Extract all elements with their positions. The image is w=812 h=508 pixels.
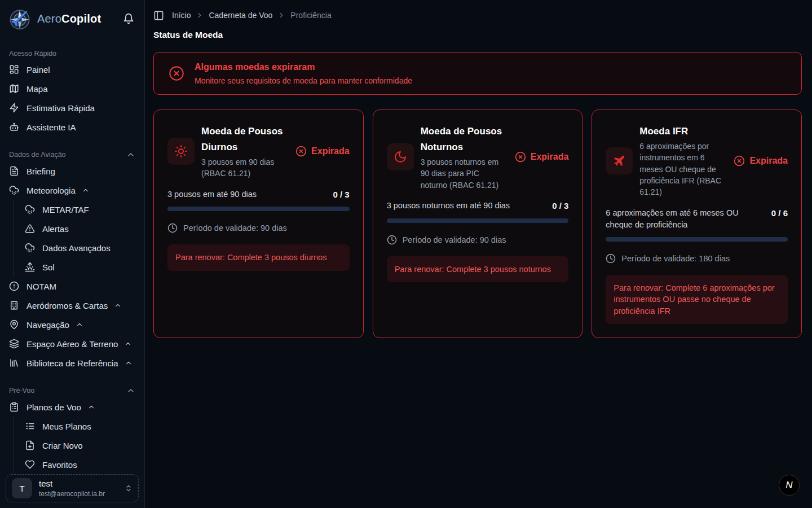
sunrise-icon (25, 262, 35, 272)
section-label: Dados de Aviação (9, 151, 126, 159)
chevron-up-icon (82, 186, 90, 194)
user-name: test (39, 479, 118, 488)
section-acesso-rapido: Acesso Rápido (0, 50, 144, 58)
user-menu[interactable]: T test test@aerocopilot.ia.br (6, 474, 139, 502)
expired-currencies-alert: Algumas moedas expiraram Monitore seus r… (153, 52, 802, 95)
chevron-up-icon (126, 150, 135, 159)
sidebar-item-meteorologia[interactable]: Meteorologia (0, 181, 144, 200)
chevron-up-icon (87, 403, 95, 411)
sidebar-item-criar-novo[interactable]: Criar Novo (14, 436, 144, 455)
sidebar-item-metar-taf[interactable]: METAR/TAF (14, 200, 144, 219)
x-circle-icon (295, 146, 307, 157)
breadcrumb-proficiencia: Proficiência (290, 11, 331, 20)
sidebar-item-dados-avancados[interactable]: Dados Avançados (14, 238, 144, 257)
sidebar-item-aerodromos-cartas[interactable]: Aeródromos & Cartas (0, 296, 144, 315)
heart-icon (25, 459, 35, 470)
chevron-up-icon (124, 340, 132, 348)
clock-icon (387, 235, 397, 245)
clock-icon (606, 253, 616, 264)
clock-icon (167, 223, 178, 233)
renewal-note: Para renovar: Complete 3 pousos noturnos (387, 256, 569, 283)
sidebar-toggle-icon[interactable] (153, 10, 164, 21)
validity-row: Período de validade: 180 dias (606, 253, 788, 264)
alert-title: Algumas moedas expiraram (195, 62, 412, 72)
renewal-note: Para renovar: Complete 3 pousos diurnos (167, 244, 350, 271)
logo-row: AeroCopilot (0, 0, 144, 30)
progress-bar (387, 218, 569, 223)
sidebar-item-favoritos[interactable]: Favoritos (14, 455, 144, 474)
chevron-right-icon (196, 11, 204, 19)
sidebar-item-estimativa-rapida[interactable]: Estimativa Rápida (0, 98, 144, 117)
breadcrumb: Início Caderneta de Voo Proficiência (172, 11, 332, 20)
cloud-drizzle-icon (25, 204, 35, 214)
nextjs-n-icon: N (785, 480, 792, 491)
sidebar-item-briefing[interactable]: Briefing (0, 161, 144, 181)
file-text-icon (9, 166, 19, 176)
progress-label: 3 pousos noturnos em até 90 dias (387, 200, 546, 212)
sidebar: AeroCopilot Acesso Rápido Painel Mapa Es… (0, 0, 145, 508)
sidebar-item-meus-planos[interactable]: Meus Planos (14, 417, 144, 436)
progress-count: 0 / 3 (552, 200, 568, 212)
section-label: Pré-Voo (9, 387, 126, 395)
sidebar-item-biblioteca-referencia[interactable]: Biblioteca de Referência (0, 353, 144, 373)
moon-icon (387, 143, 414, 170)
sidebar-item-alertas[interactable]: Alertas (14, 219, 144, 238)
card-description: 3 pousos noturnos em 90 dias para PIC no… (421, 156, 508, 191)
map-pin-icon (9, 319, 19, 330)
status-badge-expirada: Expirada (515, 151, 569, 163)
section-label: Acesso Rápido (9, 50, 135, 58)
alert-message: Monitore seus requisitos de moeda para m… (195, 76, 412, 85)
list-ordered-icon (25, 421, 35, 431)
sidebar-item-planos-de-voo[interactable]: Planos de Voo (0, 397, 144, 417)
currency-card-pousos-diurnos: Moeda de Pousos Diurnos 3 pousos em 90 d… (153, 110, 364, 338)
app-logo-compass-icon (8, 7, 32, 30)
chevron-up-icon (126, 386, 135, 395)
cloud-drizzle-icon (25, 243, 35, 253)
status-badge-expirada: Expirada (734, 155, 788, 167)
progress-count: 0 / 6 (771, 207, 788, 220)
sidebar-item-sol[interactable]: Sol (14, 257, 144, 277)
user-email: test@aerocopilot.ia.br (39, 490, 118, 498)
breadcrumb-caderneta-de-voo[interactable]: Caderneta de Voo (209, 11, 272, 20)
section-dados-de-aviacao[interactable]: Dados de Aviação (0, 150, 144, 159)
x-circle-icon (169, 65, 184, 81)
layers-icon (9, 339, 19, 349)
currency-card-ifr: Moeda IFR 6 aproximações por instrumento… (592, 110, 802, 338)
avatar: T (12, 478, 32, 498)
breadcrumb-inicio[interactable]: Início (172, 11, 191, 20)
notifications-bell-icon[interactable] (123, 13, 134, 24)
section-pre-voo[interactable]: Pré-Voo (0, 386, 144, 395)
sidebar-item-espaco-aereo-terreno[interactable]: Espaço Aéreo & Terreno (0, 334, 144, 353)
renewal-note: Para renovar: Complete 6 aproximações po… (606, 275, 788, 325)
x-circle-icon (734, 155, 745, 167)
sidebar-item-navegacao[interactable]: Navegação (0, 315, 144, 334)
library-icon (9, 358, 19, 368)
page-title: Status de Moeda (153, 30, 802, 40)
progress-label: 6 aproximações em até 6 meses OU cheque … (606, 207, 765, 231)
zap-icon (9, 103, 19, 113)
x-circle-icon (515, 151, 526, 163)
nextjs-dev-button[interactable]: N (779, 475, 800, 496)
plane-icon (606, 147, 633, 174)
sidebar-item-painel[interactable]: Painel (0, 60, 144, 79)
sidebar-item-notam[interactable]: NOTAM (0, 277, 144, 296)
currency-cards: Moeda de Pousos Diurnos 3 pousos em 90 d… (153, 110, 802, 338)
card-description: 3 pousos em 90 dias (RBAC 61.21) (201, 156, 289, 179)
card-title: Moeda de Pousos Diurnos (201, 124, 289, 155)
sidebar-nav: Acesso Rápido Painel Mapa Estimativa Ráp… (0, 30, 144, 474)
dashboard-icon (9, 64, 19, 75)
progress-count: 0 / 3 (333, 189, 349, 201)
topbar: Início Caderneta de Voo Proficiência (153, 8, 802, 23)
currency-card-pousos-noturnos: Moeda de Pousos Noturnos 3 pousos noturn… (373, 110, 583, 338)
bot-icon (9, 122, 19, 132)
status-badge-expirada: Expirada (295, 146, 350, 157)
building-icon (9, 300, 19, 310)
progress-bar (167, 207, 350, 211)
cloud-drizzle-icon (9, 185, 19, 195)
sidebar-item-mapa[interactable]: Mapa (0, 79, 144, 98)
alert-triangle-icon (25, 224, 35, 234)
progress-bar (606, 237, 788, 242)
card-title: Moeda de Pousos Noturnos (421, 124, 508, 155)
alert-circle-icon (9, 281, 19, 291)
sidebar-item-assistente-ia[interactable]: Assistente IA (0, 117, 144, 137)
